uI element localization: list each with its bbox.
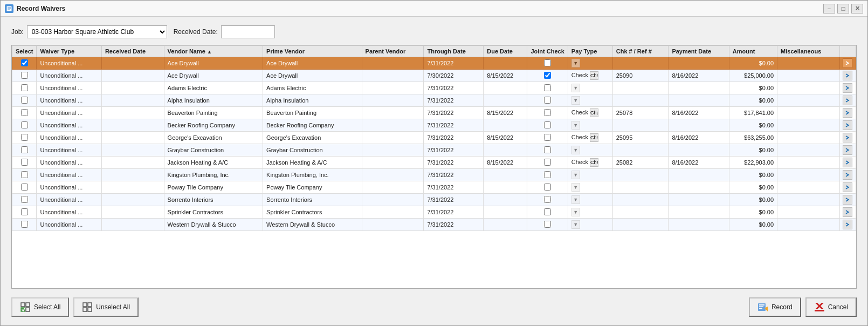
pay-type-select[interactable]: ▼ Check bbox=[571, 84, 580, 92]
row-nav-button[interactable] bbox=[843, 108, 852, 118]
joint-check-checkbox[interactable] bbox=[544, 159, 551, 166]
pay-type-select[interactable]: ▼ Check bbox=[590, 71, 598, 80]
pay-type-cell[interactable]: Check ▼ Check bbox=[568, 157, 612, 169]
record-button[interactable]: Record bbox=[749, 297, 801, 317]
pay-type-cell[interactable]: ▼ Check bbox=[568, 144, 612, 157]
row-checkbox[interactable] bbox=[21, 109, 28, 116]
select-cell[interactable] bbox=[12, 219, 37, 231]
select-all-button[interactable]: Select All bbox=[11, 297, 69, 317]
select-cell[interactable] bbox=[12, 57, 37, 70]
nav-cell[interactable] bbox=[839, 194, 856, 206]
joint-check-checkbox[interactable] bbox=[544, 221, 551, 228]
joint-check-cell[interactable] bbox=[527, 70, 568, 82]
pay-type-cell[interactable]: ▼ Check bbox=[568, 169, 612, 181]
pay-type-cell[interactable]: ▼ Check bbox=[568, 194, 612, 206]
joint-check-cell[interactable] bbox=[527, 57, 568, 70]
minimize-button[interactable]: − bbox=[823, 4, 835, 13]
nav-cell[interactable] bbox=[839, 157, 856, 169]
joint-check-checkbox[interactable] bbox=[544, 208, 551, 215]
cancel-button[interactable]: Cancel bbox=[805, 297, 857, 317]
joint-check-cell[interactable] bbox=[527, 107, 568, 119]
pay-type-select[interactable]: ▼ Check bbox=[571, 208, 580, 216]
row-nav-button[interactable] bbox=[843, 58, 852, 68]
nav-cell[interactable] bbox=[839, 144, 856, 157]
joint-check-checkbox[interactable] bbox=[544, 97, 551, 104]
joint-check-cell[interactable] bbox=[527, 194, 568, 206]
received-date-input[interactable] bbox=[221, 25, 275, 38]
joint-check-cell[interactable] bbox=[527, 132, 568, 144]
pay-type-select[interactable]: ▼ Check bbox=[571, 121, 580, 130]
select-cell[interactable] bbox=[12, 157, 37, 169]
pay-type-select[interactable]: ▼ Check bbox=[571, 59, 580, 67]
pay-type-select[interactable]: ▼ Check bbox=[590, 108, 598, 117]
row-checkbox[interactable] bbox=[21, 97, 28, 104]
row-nav-button[interactable] bbox=[843, 158, 852, 167]
maximize-button[interactable]: □ bbox=[837, 4, 849, 13]
row-checkbox[interactable] bbox=[21, 121, 28, 128]
pay-type-cell[interactable]: ▼ Check bbox=[568, 206, 612, 219]
row-checkbox[interactable] bbox=[21, 221, 28, 228]
joint-check-checkbox[interactable] bbox=[544, 121, 551, 128]
row-checkbox[interactable] bbox=[21, 72, 28, 79]
joint-check-checkbox[interactable] bbox=[544, 109, 551, 116]
nav-cell[interactable] bbox=[839, 94, 856, 107]
joint-check-cell[interactable] bbox=[527, 144, 568, 157]
row-nav-button[interactable] bbox=[843, 120, 852, 130]
pay-type-select[interactable]: ▼ Check bbox=[590, 158, 598, 167]
joint-check-cell[interactable] bbox=[527, 82, 568, 94]
row-checkbox[interactable] bbox=[21, 196, 28, 203]
row-checkbox[interactable] bbox=[21, 84, 28, 91]
joint-check-cell[interactable] bbox=[527, 206, 568, 219]
joint-check-checkbox[interactable] bbox=[544, 59, 551, 66]
pay-type-select[interactable]: ▼ Check bbox=[571, 195, 580, 204]
nav-cell[interactable] bbox=[839, 132, 856, 144]
joint-check-checkbox[interactable] bbox=[544, 84, 551, 91]
nav-cell[interactable] bbox=[839, 181, 856, 194]
row-checkbox[interactable] bbox=[21, 134, 28, 141]
joint-check-cell[interactable] bbox=[527, 169, 568, 181]
row-nav-button[interactable] bbox=[843, 220, 852, 229]
pay-type-cell[interactable]: ▼ Check bbox=[568, 219, 612, 231]
row-nav-button[interactable] bbox=[843, 170, 852, 180]
select-cell[interactable] bbox=[12, 94, 37, 107]
pay-type-cell[interactable]: ▼ Check bbox=[568, 94, 612, 107]
joint-check-checkbox[interactable] bbox=[544, 72, 551, 79]
pay-type-select[interactable]: ▼ Check bbox=[571, 220, 580, 229]
nav-cell[interactable] bbox=[839, 107, 856, 119]
select-cell[interactable] bbox=[12, 107, 37, 119]
nav-cell[interactable] bbox=[839, 206, 856, 219]
joint-check-checkbox[interactable] bbox=[544, 196, 551, 203]
joint-check-cell[interactable] bbox=[527, 157, 568, 169]
nav-cell[interactable] bbox=[839, 169, 856, 181]
joint-check-checkbox[interactable] bbox=[544, 184, 551, 191]
select-cell[interactable] bbox=[12, 194, 37, 206]
pay-type-select[interactable]: ▼ Check bbox=[571, 171, 580, 179]
nav-cell[interactable] bbox=[839, 70, 856, 82]
joint-check-cell[interactable] bbox=[527, 94, 568, 107]
joint-check-cell[interactable] bbox=[527, 219, 568, 231]
pay-type-cell[interactable]: ▼ Check bbox=[568, 181, 612, 194]
joint-check-checkbox[interactable] bbox=[544, 171, 551, 178]
row-nav-button[interactable] bbox=[843, 83, 852, 93]
joint-check-cell[interactable] bbox=[527, 181, 568, 194]
row-checkbox[interactable] bbox=[21, 171, 28, 178]
row-checkbox[interactable] bbox=[21, 208, 28, 215]
row-checkbox[interactable] bbox=[21, 146, 28, 153]
pay-type-cell[interactable]: ▼ Check bbox=[568, 119, 612, 132]
pay-type-select[interactable]: ▼ Check bbox=[571, 183, 580, 192]
select-cell[interactable] bbox=[12, 169, 37, 181]
nav-cell[interactable] bbox=[839, 119, 856, 132]
select-cell[interactable] bbox=[12, 144, 37, 157]
joint-check-checkbox[interactable] bbox=[544, 134, 551, 141]
nav-cell[interactable] bbox=[839, 219, 856, 231]
row-nav-button[interactable] bbox=[843, 145, 852, 155]
close-button[interactable]: ✕ bbox=[851, 4, 863, 13]
select-cell[interactable] bbox=[12, 206, 37, 219]
select-cell[interactable] bbox=[12, 82, 37, 94]
pay-type-cell[interactable]: Check ▼ Check bbox=[568, 107, 612, 119]
pay-type-cell[interactable]: Check ▼ Check bbox=[568, 70, 612, 82]
pay-type-cell[interactable]: Check ▼ Check bbox=[568, 132, 612, 144]
nav-cell[interactable] bbox=[839, 82, 856, 94]
select-cell[interactable] bbox=[12, 70, 37, 82]
row-nav-button[interactable] bbox=[843, 71, 852, 80]
